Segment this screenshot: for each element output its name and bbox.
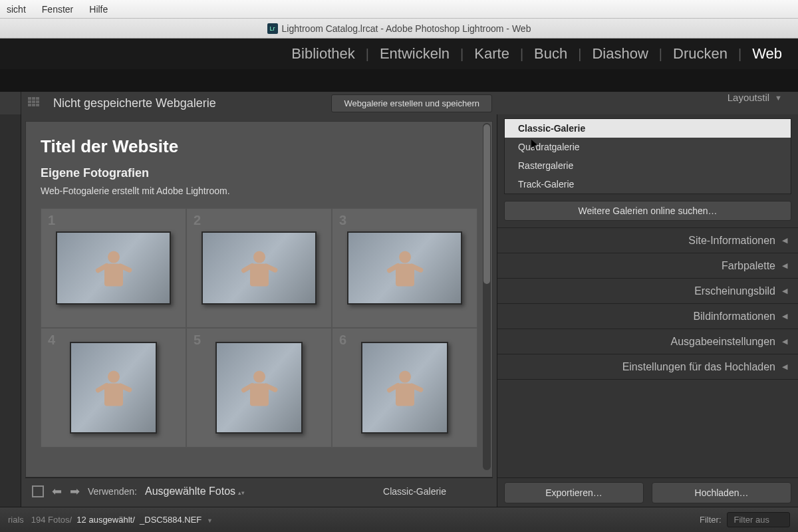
find-more-galleries-button[interactable]: Weitere Galerien online suchen… xyxy=(504,201,791,221)
grid-icon[interactable] xyxy=(28,97,44,109)
chevron-left-icon: ◀ xyxy=(782,337,787,346)
chevron-down-icon: ▼ xyxy=(775,94,782,102)
chevron-left-icon: ◀ xyxy=(782,287,787,295)
forward-arrow-icon[interactable]: ➡ xyxy=(70,484,80,499)
left-panel-collapsed[interactable] xyxy=(0,114,21,507)
window-title: Lightroom Catalog.lrcat - Adobe Photosho… xyxy=(282,23,531,34)
chevron-left-icon: ◀ xyxy=(782,362,787,371)
module-drucken[interactable]: Drucken xyxy=(670,45,730,63)
use-selector[interactable]: Ausgewählte Fotos▴▾ xyxy=(145,485,245,497)
stop-icon[interactable] xyxy=(32,485,44,497)
filter-label: Filter: xyxy=(700,515,722,525)
module-diashow[interactable]: Diashow xyxy=(589,45,650,63)
module-buch[interactable]: Buch xyxy=(531,45,570,63)
style-classic-galerie[interactable]: Classic-Galerie xyxy=(505,119,791,138)
menu-item[interactable]: Hilfe xyxy=(89,4,108,15)
photo-thumbnail[interactable] xyxy=(56,231,172,305)
collection-subtitle: Web-Fotogalerie erstellt mit Adobe Light… xyxy=(41,186,477,196)
chevron-down-icon: ▼ xyxy=(207,517,213,524)
preview-scrollbar[interactable] xyxy=(483,123,491,470)
style-rastergalerie[interactable]: Rastergalerie xyxy=(505,156,791,175)
panel-header-layoutstil[interactable]: Layoutstil ▼ xyxy=(728,92,782,103)
mac-menubar: sicht Fenster Hilfe xyxy=(0,0,798,19)
upload-button[interactable]: Hochladen… xyxy=(652,482,791,503)
filter-dropdown[interactable]: Filter aus xyxy=(727,512,790,527)
window-titlebar: Lr Lightroom Catalog.lrcat - Adobe Photo… xyxy=(0,19,798,39)
photo-thumbnail[interactable] xyxy=(361,342,448,434)
chevron-left-icon: ◀ xyxy=(782,261,787,270)
gallery-cell[interactable]: 2 xyxy=(186,208,332,328)
photo-thumbnail[interactable] xyxy=(70,342,156,434)
app-icon: Lr xyxy=(267,23,278,34)
menu-item[interactable]: sicht xyxy=(7,4,26,15)
chevron-left-icon: ◀ xyxy=(782,236,787,245)
section-erscheinungsbild[interactable]: Erscheinungsbild◀ xyxy=(497,278,798,303)
photo-thumbnail[interactable] xyxy=(347,231,463,305)
section-farbpalette[interactable]: Farbpalette◀ xyxy=(497,253,798,278)
style-quadratgalerie[interactable]: Quadratgalerie xyxy=(505,138,791,156)
gallery-cell[interactable]: 3 xyxy=(332,208,477,328)
photo-thumbnail[interactable] xyxy=(201,231,317,305)
current-style-label: Classic-Galerie xyxy=(383,486,446,497)
style-track-galerie[interactable]: Track-Galerie xyxy=(505,175,791,194)
updown-icon: ▴▾ xyxy=(238,489,245,496)
module-web[interactable]: Web xyxy=(749,45,785,63)
section-bildinformationen[interactable]: Bildinformationen◀ xyxy=(497,303,798,329)
chevron-left-icon: ◀ xyxy=(782,312,787,321)
gallery-cell[interactable]: 4 xyxy=(41,328,186,448)
status-bar: rials 194 Fotos/ 12 ausgewählt/ _DSC5884… xyxy=(0,507,798,532)
collection-title[interactable]: Eigene Fotografien xyxy=(41,166,477,180)
layout-style-list: Classic-Galerie Quadratgalerie Rastergal… xyxy=(504,118,791,194)
photo-thumbnail[interactable] xyxy=(215,342,302,434)
section-site-informationen[interactable]: Site-Informationen◀ xyxy=(497,227,798,253)
back-arrow-icon[interactable]: ⬅ xyxy=(52,484,62,499)
menu-item[interactable]: Fenster xyxy=(42,4,73,15)
gallery-cell[interactable]: 5 xyxy=(186,328,332,448)
module-karte[interactable]: Karte xyxy=(471,45,512,63)
gallery-state-title: Nicht gespeicherte Webgalerie xyxy=(53,96,216,110)
export-button[interactable]: Exportieren… xyxy=(504,482,644,503)
right-panel: Classic-Galerie Quadratgalerie Rastergal… xyxy=(497,114,798,507)
module-entwickeln[interactable]: Entwickeln xyxy=(377,45,452,63)
gallery-cell[interactable]: 1 xyxy=(41,208,186,328)
web-preview: Titel der Website Eigene Fotografien Web… xyxy=(25,121,493,477)
module-bibliothek[interactable]: Bibliothek xyxy=(289,45,357,63)
gallery-cell[interactable]: 6 xyxy=(332,328,477,448)
web-toolbar: Nicht gespeicherte Webgalerie Webgalerie… xyxy=(0,92,798,114)
section-ausgabeeinstellungen[interactable]: Ausgabeeinstellungen◀ xyxy=(497,329,798,354)
use-label: Verwenden: xyxy=(88,486,137,497)
breadcrumb[interactable]: rials 194 Fotos/ 12 ausgewählt/ _DSC5884… xyxy=(8,515,215,525)
site-title[interactable]: Titel der Website xyxy=(41,136,477,157)
module-picker: Bibliothek| Entwickeln| Karte| Buch| Dia… xyxy=(0,39,798,69)
section-hochladen-einstellungen[interactable]: Einstellungen für das Hochladen◀ xyxy=(497,354,798,379)
preview-toolbar: ⬅ ➡ Verwenden: Ausgewählte Fotos▴▾ Class… xyxy=(25,477,493,504)
create-gallery-button[interactable]: Webgalerie erstellen und speichern xyxy=(331,94,492,112)
